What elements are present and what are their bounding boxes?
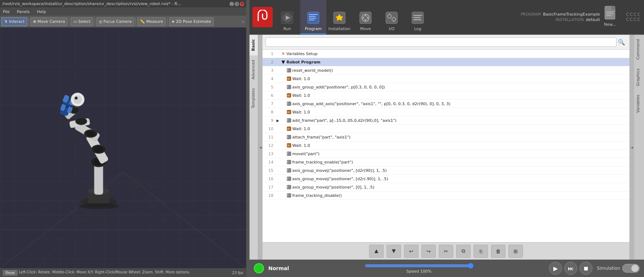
new-file-icon-svg <box>603 5 616 24</box>
tree-row[interactable]: 18 f frame_tracking_disable() <box>263 191 629 200</box>
tree-row[interactable]: 9 ▶ f add_frame("part", p[-.15,0,.05,0,d… <box>263 116 629 125</box>
tree-row[interactable]: 15 f axis_group_movej("positioner", [d2r… <box>263 166 629 175</box>
tree-row[interactable]: 14 f frame_tracking_enable("part") <box>263 158 629 166</box>
cc-display: CCCC CCCC <box>626 12 641 22</box>
rviz-title-text: /root/rviz_workspace/install/ur_descript… <box>2 1 181 6</box>
search-button[interactable]: 🔍 <box>616 37 627 47</box>
move-down-btn[interactable]: ▼ <box>387 245 401 258</box>
tree-row[interactable]: 5 f axis_group_add("positioner", p[0.3, … <box>263 83 629 91</box>
move-up-btn[interactable]: ▲ <box>369 245 384 258</box>
undo-btn[interactable]: ↩ <box>404 245 418 258</box>
toolbar-sep-4 <box>136 18 136 26</box>
program-label: PROGRAM <box>521 12 541 17</box>
move-camera-tool-btn[interactable]: ⊕ Move Camera <box>30 17 67 26</box>
row-text-5: axis_group_add("positioner", p[0.3, 0, 0… <box>292 85 385 90</box>
measure-tool-btn[interactable]: 📏 Measure <box>137 17 166 26</box>
redo-btn[interactable]: ↪ <box>421 245 436 258</box>
rviz-viewport[interactable] <box>0 28 246 268</box>
side-panel-tab-command[interactable]: Command <box>634 35 644 64</box>
line-num-9: 9 <box>264 118 276 123</box>
rviz-close-btn[interactable]: ✕ <box>240 2 244 6</box>
tree-row[interactable]: 6 W Wait: 1.0 <box>263 91 629 100</box>
tree-row[interactable]: 2 ▼ Robot Program <box>263 58 629 66</box>
row-icon-16: f <box>286 175 292 182</box>
installation-label: INSTALLATION <box>556 17 584 22</box>
toolbar-more-btn[interactable]: » <box>241 18 245 25</box>
tab-run[interactable]: Run <box>274 0 300 34</box>
focus-camera-tool-btn[interactable]: ◎ Focus Camera <box>96 17 135 26</box>
rviz-title-bar: /root/rviz_workspace/install/ur_descript… <box>0 0 246 8</box>
row-text-10: Wait: 1.0 <box>292 127 310 131</box>
interact-label: Interact <box>9 19 25 24</box>
pose-estimate-label: 2D Pose Estimate <box>176 19 211 24</box>
row-icon-9: f <box>286 117 292 124</box>
rviz-menu-panels[interactable]: Panels <box>15 9 31 15</box>
svg-rect-68 <box>611 6 615 10</box>
rviz-menu-help[interactable]: Help <box>36 9 48 15</box>
play-btn[interactable]: ▶ <box>549 262 562 275</box>
delete-btn[interactable]: 🗑 <box>491 245 505 258</box>
speed-slider[interactable] <box>365 263 474 268</box>
panel-divider[interactable]: ⋮ <box>247 0 249 277</box>
tree-row[interactable]: 7 f axis_group_add_axis("positioner", "a… <box>263 100 629 108</box>
tab-program[interactable]: Program <box>300 0 326 34</box>
tree-row[interactable]: 17 f axis_group_movej("positioner", [0],… <box>263 183 629 191</box>
step-btn[interactable]: ⏭ <box>564 262 577 275</box>
tree-row[interactable]: 16 f axis_group_movej("positioner", [d2r… <box>263 175 629 183</box>
tab-log[interactable]: Log <box>405 0 431 34</box>
tree-row[interactable]: 11 f attach_frame("part", "axis1") <box>263 133 629 141</box>
row-icon-17: f <box>286 184 292 190</box>
side-panel-tab-graphics[interactable]: Graphics <box>634 64 644 91</box>
tab-log-label: Log <box>414 26 421 31</box>
tree-row[interactable]: 12 W Wait: 1.0 <box>263 141 629 150</box>
stop-btn[interactable]: ⏹ <box>579 262 593 275</box>
tree-row[interactable]: 3 f reset_world_model() <box>263 66 629 75</box>
svg-text:f: f <box>287 69 288 72</box>
copy-btn[interactable]: ⧉ <box>456 245 471 258</box>
row-text-7: axis_group_add_axis("positioner", "axis1… <box>292 102 450 106</box>
search-input[interactable] <box>265 37 616 47</box>
tree-row[interactable]: 13 f movel("part") <box>263 150 629 158</box>
interact-tool-btn[interactable]: 🖱 Interact <box>1 17 27 26</box>
svg-text:f: f <box>287 169 288 172</box>
select-tool-btn[interactable]: ▭ Select <box>71 17 93 26</box>
tree-row[interactable]: 4 W Wait: 1.0 <box>263 75 629 83</box>
program-tree[interactable]: 1 ✕ Variables Setup 2 ▼ Robot Program <box>263 50 629 242</box>
tree-row[interactable]: 8 W Wait: 1.0 <box>263 108 629 116</box>
rviz-menu-file[interactable]: File <box>1 9 11 15</box>
row-text-18: frame_tracking_disable() <box>292 193 342 198</box>
paste-btn[interactable]: ⎗ <box>474 245 488 258</box>
new-btn[interactable]: New... <box>603 8 617 27</box>
tab-installation-label: Installation <box>329 26 351 31</box>
move-icon-svg <box>359 11 372 24</box>
row-text-3: reset_world_model() <box>292 68 333 73</box>
svg-point-39 <box>75 97 78 100</box>
side-tab-templates[interactable]: Templates <box>249 84 258 113</box>
side-panel-tab-variables[interactable]: Variables <box>634 90 644 117</box>
toolbar-sep-1 <box>29 18 29 26</box>
left-collapse-handle[interactable]: ◄ <box>258 35 263 260</box>
line-num-11: 11 <box>264 135 276 140</box>
tab-installation[interactable]: Installation <box>326 0 352 34</box>
cut-btn[interactable]: ✂ <box>439 245 453 258</box>
expand-btn[interactable]: ⊞ <box>508 245 523 258</box>
side-tab-advanced[interactable]: Advanced <box>249 55 258 84</box>
pose-estimate-tool-btn[interactable]: ➤ 2D Pose Estimate <box>169 17 214 26</box>
rviz-statusbar: Reset Left-Click: Rotate. Middle-Click: … <box>0 268 246 277</box>
rviz-reset-btn[interactable]: Reset <box>3 270 17 276</box>
svg-text:f: f <box>287 86 288 89</box>
row-icon-6: W <box>286 92 292 99</box>
rviz-maximize-btn[interactable]: □ <box>235 2 239 6</box>
side-tab-basic[interactable]: Basic <box>249 35 258 55</box>
playback-controls: ▶ ⏭ ⏹ <box>549 262 593 275</box>
rviz-minimize-btn[interactable]: _ <box>230 2 234 6</box>
tab-io[interactable]: I/O <box>379 0 405 34</box>
svg-text:W: W <box>287 128 290 131</box>
simulation-switch[interactable] <box>622 264 640 273</box>
tab-move[interactable]: Move <box>352 0 379 34</box>
tab-move-label: Move <box>360 26 371 31</box>
tree-row[interactable]: 10 W Wait: 1.0 <box>263 125 629 133</box>
tree-row[interactable]: 1 ✕ Variables Setup <box>263 50 629 58</box>
program-name-row: PROGRAM BasicFrameTrackingExample <box>521 12 600 17</box>
right-collapse-handle[interactable]: ◄ <box>629 35 634 260</box>
